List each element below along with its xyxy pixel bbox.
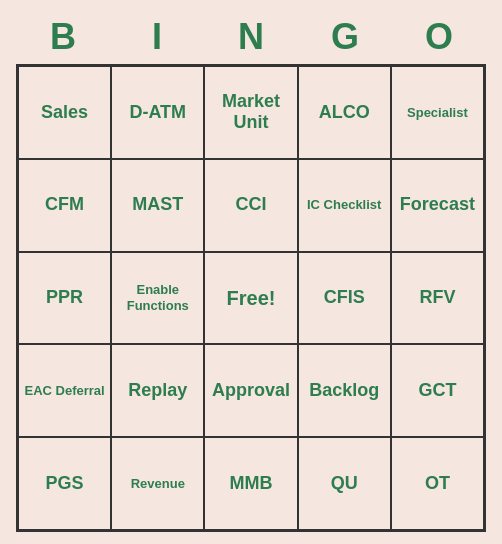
cell-3-4[interactable]: GCT xyxy=(391,344,484,437)
cell-2-1[interactable]: Enable Functions xyxy=(111,252,204,345)
header-letter-b: B xyxy=(20,16,106,58)
cell-0-2[interactable]: Market Unit xyxy=(204,66,297,159)
cell-3-3[interactable]: Backlog xyxy=(298,344,391,437)
cell-2-3[interactable]: CFIS xyxy=(298,252,391,345)
cell-1-1[interactable]: MAST xyxy=(111,159,204,252)
header-letter-o: O xyxy=(396,16,482,58)
header-letter-n: N xyxy=(208,16,294,58)
bingo-header: BINGO xyxy=(16,12,486,64)
cell-0-4[interactable]: Specialist xyxy=(391,66,484,159)
header-letter-g: G xyxy=(302,16,388,58)
cell-3-1[interactable]: Replay xyxy=(111,344,204,437)
cell-2-0[interactable]: PPR xyxy=(18,252,111,345)
cell-3-0[interactable]: EAC Deferral xyxy=(18,344,111,437)
cell-1-2[interactable]: CCI xyxy=(204,159,297,252)
bingo-card: BINGO SalesD-ATMMarket UnitALCOSpecialis… xyxy=(16,12,486,532)
cell-4-4[interactable]: OT xyxy=(391,437,484,530)
cell-1-3[interactable]: IC Checklist xyxy=(298,159,391,252)
cell-0-0[interactable]: Sales xyxy=(18,66,111,159)
cell-3-2[interactable]: Approval xyxy=(204,344,297,437)
cell-4-1[interactable]: Revenue xyxy=(111,437,204,530)
cell-2-2[interactable]: Free! xyxy=(204,252,297,345)
header-letter-i: I xyxy=(114,16,200,58)
cell-1-0[interactable]: CFM xyxy=(18,159,111,252)
cell-0-3[interactable]: ALCO xyxy=(298,66,391,159)
bingo-grid: SalesD-ATMMarket UnitALCOSpecialistCFMMA… xyxy=(16,64,486,532)
cell-0-1[interactable]: D-ATM xyxy=(111,66,204,159)
cell-4-2[interactable]: MMB xyxy=(204,437,297,530)
cell-4-3[interactable]: QU xyxy=(298,437,391,530)
cell-2-4[interactable]: RFV xyxy=(391,252,484,345)
cell-1-4[interactable]: Forecast xyxy=(391,159,484,252)
cell-4-0[interactable]: PGS xyxy=(18,437,111,530)
